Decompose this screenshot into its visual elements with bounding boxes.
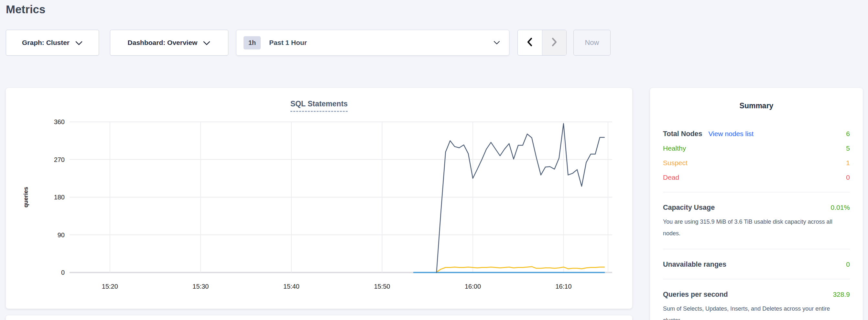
svg-text:15:50: 15:50 [374, 283, 390, 290]
svg-text:270: 270 [54, 156, 65, 163]
qps-description: Sum of Selects, Updates, Inserts, and De… [663, 303, 850, 320]
now-button[interactable]: Now [574, 30, 611, 56]
time-window-label: Past 1 Hour [269, 39, 307, 46]
view-nodes-list-link[interactable]: View nodes list [708, 129, 753, 139]
total-nodes-label: Total Nodes [663, 129, 702, 139]
chevron-left-icon [526, 37, 534, 49]
total-nodes-row: Total Nodes View nodes list 6 [663, 129, 850, 139]
svg-text:16:00: 16:00 [465, 283, 481, 290]
svg-text:15:30: 15:30 [192, 283, 209, 290]
svg-text:15:20: 15:20 [102, 283, 118, 290]
chevron-right-icon [551, 37, 558, 49]
svg-text:15:40: 15:40 [283, 283, 300, 290]
graph-dropdown[interactable]: Graph: Cluster [6, 30, 99, 56]
time-forward-button-disabled[interactable] [542, 30, 567, 55]
summary-title: Summary [663, 101, 850, 110]
capacity-label: Capacity Usage [663, 203, 715, 212]
capacity-section: Capacity Usage 0.01% You are using 315.9… [663, 192, 850, 249]
unavailable-ranges-section: Unavailable ranges 0 [663, 249, 850, 279]
svg-text:16:10: 16:10 [556, 283, 572, 290]
suspect-label: Suspect [663, 158, 687, 168]
svg-text:90: 90 [58, 231, 65, 238]
time-pager [518, 30, 567, 56]
svg-text:360: 360 [54, 118, 65, 125]
qps-section: Queries per second 328.9 Sum of Selects,… [663, 279, 850, 320]
line-chart[interactable]: 09018027036015:2015:3015:4015:5016:0016:… [6, 88, 632, 309]
svg-text:0: 0 [61, 269, 65, 276]
capacity-row: Capacity Usage 0.01% [663, 203, 850, 212]
suspect-value: 1 [846, 158, 850, 168]
healthy-label: Healthy [663, 143, 686, 153]
suspect-nodes-row: Suspect 1 [663, 158, 850, 168]
dead-value: 0 [846, 172, 850, 182]
dashboard-dropdown[interactable]: Dashboard: Overview [110, 30, 228, 56]
page-title: Metrics [6, 0, 45, 19]
summary-panel: Summary Total Nodes View nodes list 6 He… [650, 88, 863, 320]
chevron-down-icon [203, 39, 211, 47]
capacity-description: You are using 315.9 MiB of 3.6 TiB usabl… [663, 216, 850, 239]
total-nodes-value: 6 [846, 129, 850, 139]
chevron-down-icon [75, 39, 83, 47]
dashboard-dropdown-label: Dashboard: Overview [128, 39, 197, 46]
healthy-nodes-row: Healthy 5 [663, 143, 850, 153]
unavailable-ranges-value: 0 [846, 260, 850, 269]
next-chart-panel-edge [6, 316, 632, 320]
chevron-down-icon [494, 40, 500, 46]
time-window-badge: 1h [244, 36, 261, 50]
unavailable-ranges-row: Unavailable ranges 0 [663, 260, 850, 269]
unavailable-ranges-label: Unavailable ranges [663, 260, 726, 269]
now-button-label: Now [585, 38, 599, 47]
graph-dropdown-label: Graph: Cluster [22, 39, 69, 46]
healthy-value: 5 [846, 143, 850, 153]
time-window-picker[interactable]: 1h Past 1 Hour [236, 30, 509, 56]
dead-label: Dead [663, 172, 679, 182]
svg-text:180: 180 [54, 194, 65, 201]
qps-value: 328.9 [833, 290, 850, 299]
qps-row: Queries per second 328.9 [663, 290, 850, 299]
sql-statements-chart-panel: SQL Statements queries 09018027036015:20… [6, 88, 632, 309]
qps-label: Queries per second [663, 290, 728, 299]
nodes-section: Total Nodes View nodes list 6 Healthy 5 … [663, 129, 850, 192]
time-back-button[interactable] [518, 30, 542, 55]
capacity-value: 0.01% [831, 203, 850, 212]
dead-nodes-row: Dead 0 [663, 172, 850, 182]
